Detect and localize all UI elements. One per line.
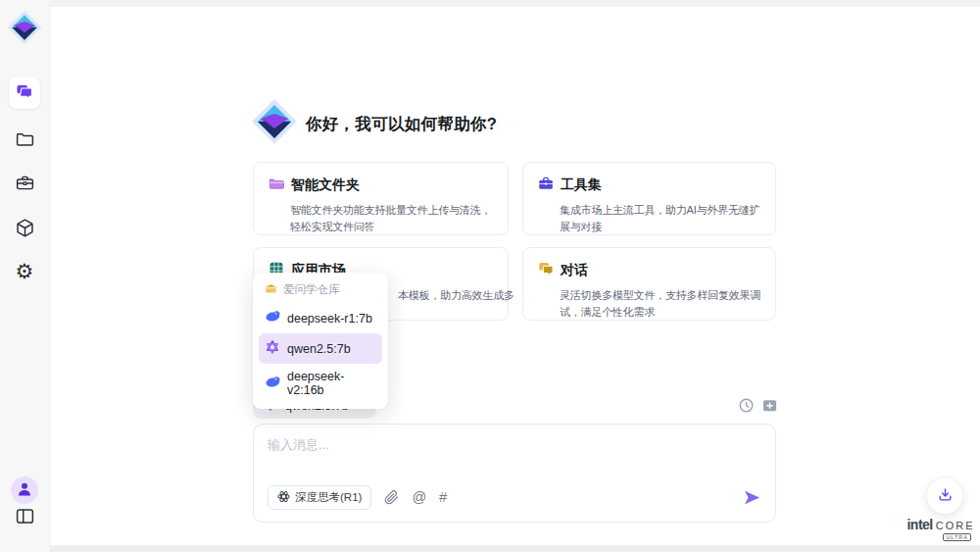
card-toolset[interactable]: 工具集 集成市场上主流工具，助力AI与外界无缝扩展与对接	[522, 162, 776, 235]
card-smart-folders[interactable]: 智能文件夹 智能文件夹功能支持批量文件上传与清洗，轻松实现文件问答	[253, 162, 509, 235]
message-input[interactable]	[268, 436, 758, 480]
sidebar-item-models[interactable]	[0, 218, 49, 242]
download-icon	[937, 486, 954, 507]
window-top-strip	[0, 0, 980, 7]
download-button[interactable]	[927, 478, 962, 514]
model-option-deepseek-v2[interactable]: deepseek-v2:16b	[259, 364, 382, 403]
mention-button[interactable]: @	[412, 490, 426, 505]
atom-icon	[277, 490, 290, 505]
sidebar-item-toolbox[interactable]	[0, 173, 49, 197]
cube-icon	[15, 218, 35, 242]
model-repo-header: 爱问学仓库	[259, 278, 382, 303]
sidebar-item-account[interactable]	[11, 477, 38, 504]
new-chat-icon[interactable]	[761, 397, 778, 414]
history-icon[interactable]	[738, 397, 755, 414]
model-option-qwen[interactable]: qwen2.5:7b	[259, 333, 382, 364]
hash-button[interactable]: #	[439, 490, 447, 505]
folder-icon	[15, 128, 35, 153]
panel-icon	[15, 506, 35, 530]
gem-logo-icon	[7, 10, 42, 49]
model-option-label: deepseek-r1:7b	[287, 312, 372, 326]
card-description: 本模板，助力高效生成多	[398, 287, 494, 304]
send-icon[interactable]	[743, 488, 761, 507]
model-option-label: qwen2.5:7b	[287, 342, 351, 356]
repo-label: 爱问学仓库	[283, 282, 340, 297]
deep-think-label: 深度思考(R1)	[295, 490, 362, 505]
deep-think-button[interactable]: 深度思考(R1)	[268, 485, 371, 510]
card-description: 智能文件夹功能支持批量文件上传与清洗，轻松实现文件问答	[290, 202, 494, 235]
paperclip-icon[interactable]	[384, 490, 399, 505]
card-title: 对话	[561, 262, 588, 279]
sidebar-item-collapse[interactable]	[0, 506, 49, 530]
sidebar-item-settings[interactable]: ⚙	[0, 261, 49, 281]
gem-logo-icon	[251, 131, 298, 148]
greeting-title: 你好，我可以如何帮助你?	[306, 114, 497, 135]
folder-purple-icon	[268, 175, 285, 196]
composer-toolbar: 深度思考(R1) @ #	[268, 485, 761, 510]
sidebar-item-folders[interactable]	[0, 128, 49, 153]
briefcase-icon	[15, 173, 35, 197]
intel-brand-text: intel	[906, 517, 932, 532]
card-conversation[interactable]: 对话 灵活切换多模型文件，支持多样回复效果调试，满足个性化需求	[522, 247, 776, 321]
briefcase-indigo-icon	[537, 175, 555, 196]
card-title: 智能文件夹	[291, 176, 360, 194]
card-title: 工具集	[561, 176, 602, 194]
qwen-icon	[265, 339, 280, 358]
user-icon	[16, 479, 33, 501]
card-description: 灵活切换多模型文件，支持多样回复效果调试，满足个性化需求	[560, 287, 761, 321]
deepseek-icon	[265, 309, 280, 327]
sidebar: ⚙	[0, 0, 50, 552]
card-description: 集成市场上主流工具，助力AI与外界无缝扩展与对接	[560, 202, 761, 235]
app-window: ⚙	[0, 0, 980, 552]
model-dropdown: 爱问学仓库 deepseek-r1:7b qwen2.5:7b	[253, 273, 388, 409]
model-option-deepseek-r1[interactable]: deepseek-r1:7b	[259, 303, 382, 333]
intel-tier-badge: ultra	[943, 533, 971, 541]
chat-gold-icon	[537, 260, 555, 281]
window-bottom-strip	[0, 545, 980, 552]
repo-box-icon	[265, 282, 277, 297]
gear-icon: ⚙	[16, 261, 34, 281]
deepseek-icon	[265, 375, 280, 393]
app-logo	[0, 10, 49, 49]
chat-icon	[16, 82, 33, 104]
sidebar-item-chat[interactable]	[9, 77, 40, 109]
intel-series-text: core	[936, 520, 975, 531]
model-option-label: deepseek-v2:16b	[287, 370, 376, 397]
composer: 深度思考(R1) @ #	[253, 424, 776, 523]
greeting-logo	[251, 98, 298, 149]
intel-core-ultra-logo: intel core ultra	[906, 517, 975, 541]
